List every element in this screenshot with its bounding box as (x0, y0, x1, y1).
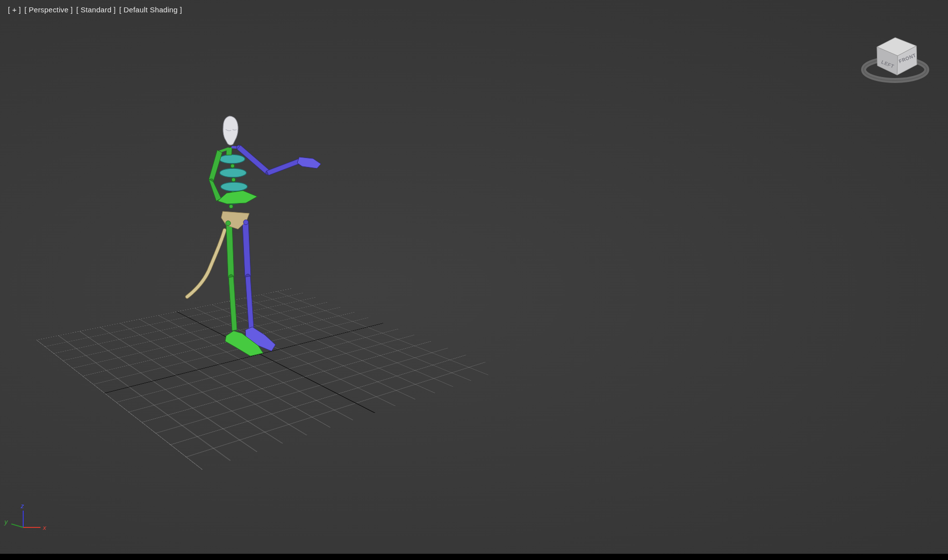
axis-z-label: z (20, 502, 24, 510)
head-bone[interactable] (223, 116, 238, 145)
viewport[interactable]: [ + ][ Perspective ][ Standard ][ Defaul… (0, 0, 948, 560)
right-leg-bones[interactable] (242, 222, 276, 351)
viewport-menu-general[interactable]: [ + ] (8, 5, 21, 14)
axis-x-label: x (42, 524, 46, 531)
tail-bone-chain[interactable] (187, 230, 225, 297)
viewport-menu-shading[interactable]: [ Default Shading ] (119, 5, 182, 14)
viewport-menu-renderer[interactable]: [ Standard ] (76, 5, 116, 14)
viewport-label-bar: [ + ][ Perspective ][ Standard ][ Defaul… (8, 5, 186, 14)
bottom-bar (0, 554, 948, 560)
right-arm-bones[interactable] (237, 145, 321, 175)
axis-y-label: y (4, 518, 8, 525)
world-axis-tripod: z x y (4, 502, 46, 531)
character-rig[interactable] (187, 116, 321, 356)
scene-canvas[interactable]: LEFT FRONT z x y (0, 0, 948, 560)
axis-y-line (11, 524, 23, 527)
viewcube[interactable]: LEFT FRONT (864, 38, 927, 80)
viewport-menu-pov[interactable]: [ Perspective ] (24, 5, 73, 14)
right-hand-bone (297, 157, 321, 168)
left-hand-bone (218, 191, 257, 204)
